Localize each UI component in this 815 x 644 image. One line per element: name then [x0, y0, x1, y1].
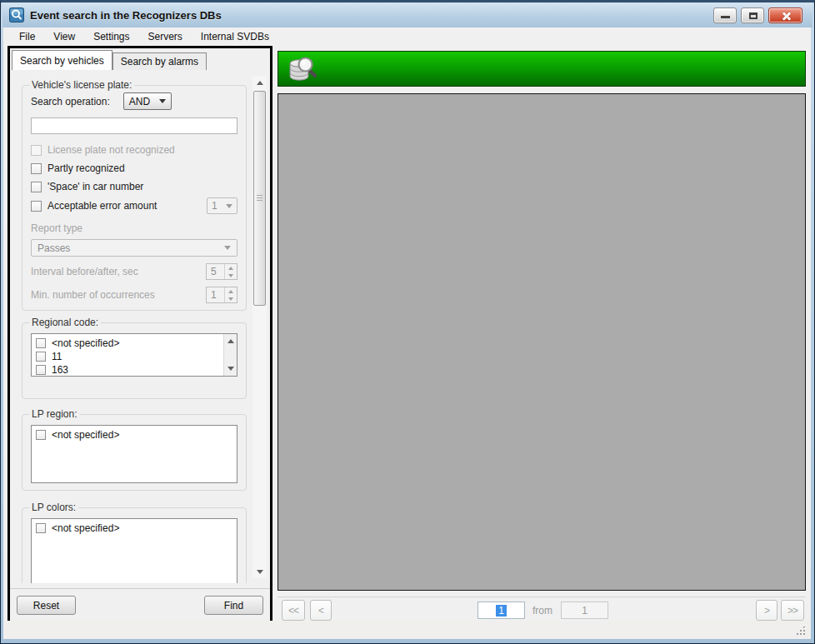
checkbox-icon[interactable] [31, 201, 42, 212]
group-title: LP colors: [29, 502, 78, 513]
checkbox-icon[interactable] [36, 430, 46, 440]
group-title: LP region: [29, 408, 80, 420]
client-area: Search by vehicles Search by alarms Vehi… [3, 46, 811, 621]
checkbox-acceptable-error-amount[interactable]: Acceptable error amount 1 [31, 197, 238, 214]
checkbox-icon[interactable] [31, 145, 42, 156]
chevron-down-icon [224, 246, 231, 250]
chevron-down-icon [226, 204, 232, 208]
scroll-down-icon[interactable] [252, 565, 267, 578]
search-operation-select[interactable]: AND [123, 92, 172, 110]
min-occurrences-label: Min. number of occurrences [31, 289, 206, 301]
status-bar [3, 621, 811, 639]
report-type-label: Report type [31, 222, 238, 234]
list-item-not-specified[interactable]: <not specified> [36, 428, 232, 442]
interval-spinner[interactable]: 5 [206, 263, 238, 280]
group-title: Regional code: [29, 317, 101, 328]
menu-view[interactable]: View [44, 28, 84, 45]
close-button[interactable] [768, 7, 802, 23]
checkbox-icon[interactable] [31, 163, 42, 174]
checkbox-icon[interactable] [36, 523, 46, 533]
selected-page-value: 1 [496, 605, 507, 617]
menu-settings[interactable]: Settings [84, 28, 138, 45]
first-page-button[interactable]: << [282, 600, 305, 621]
search-panel: Search by vehicles Search by alarms Vehi… [8, 46, 272, 624]
database-search-icon [286, 54, 319, 84]
menu-servers[interactable]: Servers [139, 28, 192, 45]
titlebar[interactable]: Event search in the Recognizers DBs [2, 2, 812, 27]
error-amount-select[interactable]: 1 [207, 197, 238, 214]
spinner-up-icon[interactable] [225, 287, 237, 295]
pagination-bar: << < 1 from 1 > >> [278, 597, 806, 622]
report-type-select[interactable]: Passes [31, 239, 238, 257]
list-item-not-specified[interactable]: <not specified> [36, 522, 232, 535]
tab-strip: Search by vehicles Search by alarms [12, 50, 207, 70]
tab-search-by-vehicles[interactable]: Search by vehicles [12, 50, 112, 70]
scroll-up-icon[interactable] [224, 335, 237, 347]
reset-button[interactable]: Reset [17, 596, 76, 615]
menu-file[interactable]: File [10, 28, 44, 45]
checkbox-icon[interactable] [36, 352, 46, 362]
scrollbar-thumb[interactable] [253, 91, 266, 306]
group-title: Vehicle's license plate: [29, 79, 134, 91]
interval-label: Interval before/after, sec [31, 266, 206, 277]
menu-internal-svdbs[interactable]: Internal SVDBs [192, 28, 278, 45]
previous-page-button[interactable]: < [310, 600, 332, 621]
app-window: Event search in the Recognizers DBs File… [0, 0, 815, 644]
list-item-not-specified[interactable]: <not specified> [36, 337, 222, 350]
checkbox-partly-recognized[interactable]: Partly recognized [31, 162, 238, 175]
scroll-up-icon[interactable] [252, 76, 267, 89]
panel-scrollbar[interactable] [252, 76, 267, 578]
maximize-button[interactable] [741, 7, 764, 23]
spinner-down-icon[interactable] [225, 272, 237, 279]
group-lp-colors: LP colors: <not specified> [22, 507, 247, 583]
chevron-down-icon [159, 99, 166, 103]
spinner-down-icon[interactable] [225, 295, 237, 302]
find-button[interactable]: Find [204, 596, 263, 615]
search-form: Vehicle's license plate: Search operatio… [13, 73, 248, 583]
min-occurrences-spinner[interactable]: 1 [206, 287, 238, 303]
checkbox-license-plate-not-recognized[interactable]: License plate not recognized [31, 143, 238, 157]
window-title: Event search in the Recognizers DBs [30, 9, 222, 22]
minimize-icon [721, 16, 730, 18]
checkbox-icon[interactable] [36, 365, 46, 375]
license-plate-input[interactable] [31, 117, 238, 134]
lp-colors-list[interactable]: <not specified> [31, 518, 238, 583]
minimize-button[interactable] [713, 7, 737, 23]
current-page-input[interactable]: 1 [478, 602, 525, 619]
search-operation-label: Search operation: [31, 96, 110, 107]
next-page-button[interactable]: > [756, 600, 778, 621]
tab-search-by-alarms[interactable]: Search by alarms [112, 52, 207, 70]
from-label: from [532, 605, 552, 617]
group-lp-region: LP region: <not specified> [22, 414, 247, 491]
scroll-down-icon[interactable] [224, 362, 237, 375]
group-regional-code: Regional code: <not specified> 11 163 [22, 322, 247, 399]
panel-footer: Reset Find [10, 588, 270, 622]
lp-region-list[interactable]: <not specified> [31, 425, 238, 483]
list-item-11[interactable]: 11 [36, 350, 222, 363]
close-icon [780, 11, 792, 22]
results-banner [278, 51, 806, 87]
regional-code-list[interactable]: <not specified> 11 163 [31, 333, 238, 377]
app-search-icon [9, 7, 24, 22]
checkbox-icon[interactable] [36, 338, 46, 348]
resize-grip-icon[interactable] [796, 625, 807, 636]
list-scrollbar[interactable] [223, 334, 237, 376]
results-canvas [278, 93, 806, 591]
checkbox-icon[interactable] [31, 182, 42, 192]
maximize-icon [749, 12, 758, 19]
list-item-163[interactable]: 163 [36, 363, 222, 377]
group-vehicle-license-plate: Vehicle's license plate: Search operatio… [22, 85, 247, 311]
checkbox-space-in-car-number[interactable]: 'Space' in car number [31, 180, 238, 193]
total-pages-field: 1 [561, 602, 608, 619]
spinner-up-icon[interactable] [225, 264, 237, 272]
menu-bar: File View Settings Servers Internal SVDB… [3, 27, 811, 46]
last-page-button[interactable]: >> [781, 600, 804, 621]
window-controls [713, 7, 802, 23]
